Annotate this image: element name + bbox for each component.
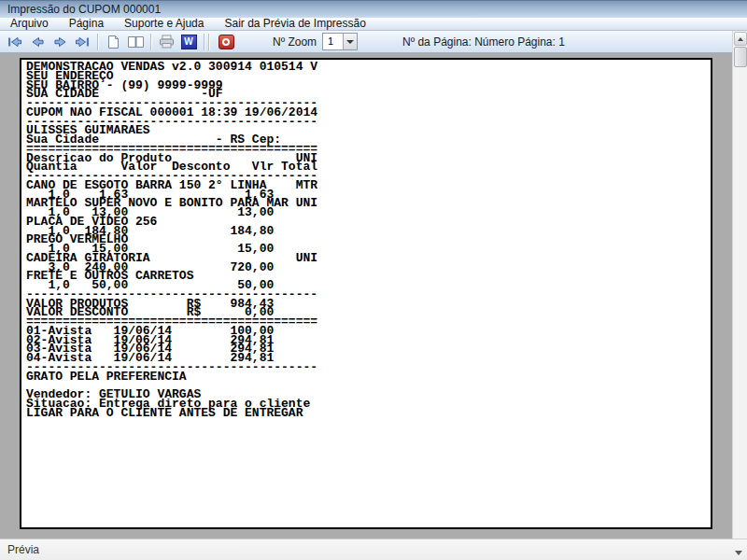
single-page-icon	[107, 35, 120, 49]
close-preview-button[interactable]	[213, 33, 239, 51]
zoom-label: Nº Zoom	[273, 35, 317, 49]
first-page-button[interactable]	[4, 33, 26, 51]
app-window: Impressão do CUPOM 000001 Arquivo Página…	[0, 0, 747, 560]
previous-page-icon	[30, 35, 46, 49]
zoom-dropdown[interactable]: 1	[322, 33, 358, 50]
toolbar-separator	[150, 34, 151, 50]
export-word-icon: W	[181, 35, 197, 49]
toolbar-separator	[204, 34, 204, 50]
next-page-button[interactable]	[49, 33, 71, 51]
menu-sair-da-previa[interactable]: Sair da Prévia de Impressão	[214, 18, 375, 30]
last-page-icon	[74, 35, 91, 49]
first-page-icon	[7, 35, 23, 49]
print-icon	[159, 35, 175, 49]
receipt-text: DEMONSTRACAO VENDAS v2.0 300914 010514 V…	[21, 60, 711, 417]
page-number-info: Nº da Página: Número Página: 1	[402, 35, 565, 49]
single-page-view-button[interactable]	[102, 33, 124, 51]
last-page-button[interactable]	[71, 33, 93, 51]
toolbar: W Nº Zoom 1 Nº da Página: Número Página:…	[0, 31, 732, 53]
preview-page: DEMONSTRACAO VENDAS v2.0 300914 010514 V…	[20, 58, 712, 529]
two-pages-view-button[interactable]	[124, 33, 147, 51]
previous-page-button[interactable]	[26, 33, 49, 51]
menu-bar: Arquivo Página Suporte e Ajuda Sair da P…	[0, 18, 747, 31]
status-bar: Prévia	[0, 539, 747, 560]
print-button[interactable]	[155, 33, 177, 51]
status-text: Prévia	[7, 543, 39, 556]
next-page-icon	[52, 35, 68, 49]
title-bar: Impressão do CUPOM 000001	[0, 0, 747, 18]
two-pages-icon	[127, 35, 145, 49]
preview-workspace: DEMONSTRACAO VENDAS v2.0 300914 010514 V…	[0, 53, 732, 539]
menu-suporte-e-ajuda[interactable]: Suporte e Ajuda	[114, 18, 214, 30]
menu-pagina[interactable]: Página	[59, 18, 114, 30]
arrow-up-icon	[738, 37, 743, 41]
toolbar-separator	[97, 34, 98, 50]
export-word-button[interactable]: W	[177, 33, 200, 51]
scroll-up-button[interactable]	[734, 32, 747, 46]
resize-grip-icon	[735, 551, 742, 555]
chevron-down-icon	[346, 40, 354, 44]
zoom-value: 1	[323, 34, 343, 49]
menu-arquivo[interactable]: Arquivo	[0, 18, 59, 30]
window-title: Impressão do CUPOM 000001	[7, 3, 161, 16]
close-preview-icon	[218, 35, 234, 49]
zoom-dropdown-button[interactable]	[343, 34, 357, 49]
scrollbar-thumb[interactable]	[734, 47, 747, 67]
toolbar-separator	[208, 34, 209, 50]
vertical-scrollbar[interactable]	[732, 31, 747, 539]
